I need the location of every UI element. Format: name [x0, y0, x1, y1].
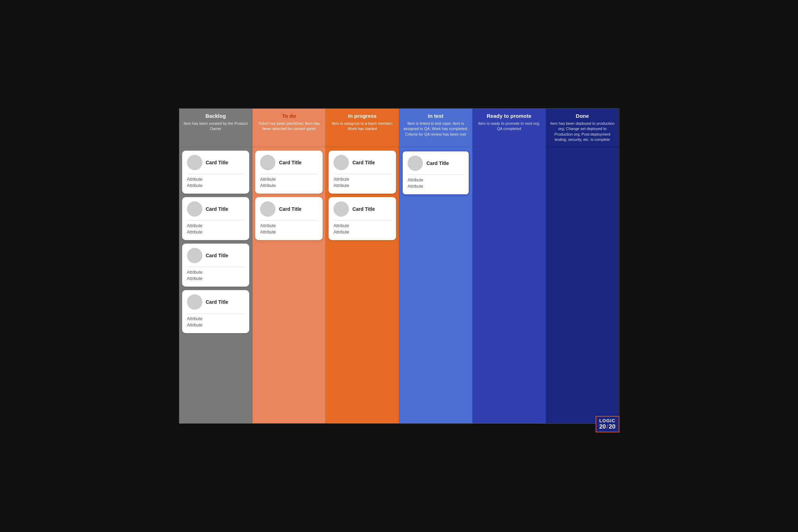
logo-top-text: LOGIC — [599, 418, 615, 423]
card-title: Card Title — [352, 206, 375, 212]
column-body-intest: Card TitleAttributeAttribute — [399, 147, 472, 423]
card-divider — [187, 267, 245, 267]
card-header-row: Card Title — [333, 155, 391, 170]
column-header-todo: To doTicket has been prioritized; Item h… — [252, 109, 325, 147]
column-header-intest: In testItem is linked to test case; Item… — [399, 109, 472, 147]
card-divider — [187, 174, 245, 174]
card-attr1: Attribute — [260, 177, 318, 182]
column-desc-ready: Item is ready to promote to next org; QA… — [476, 121, 542, 132]
card-attr1: Attribute — [408, 178, 464, 182]
card-attr1: Attribute — [187, 223, 245, 228]
card-attr1: Attribute — [333, 177, 391, 182]
column-header-inprogress: In progressItem is assigned to a team me… — [326, 109, 399, 147]
card-title: Card Title — [206, 160, 228, 165]
column-desc-done: Item has been deployed to production org… — [549, 121, 616, 143]
card-attr1: Attribute — [187, 316, 245, 321]
column-desc-backlog: Item has been created by the Product Own… — [183, 121, 249, 132]
column-header-done: DoneItem has been deployed to production… — [546, 109, 619, 147]
card-attr2: Attribute — [260, 183, 318, 188]
column-desc-inprogress: Item is assigned to a team member; Work … — [329, 121, 395, 132]
card-avatar — [187, 155, 202, 170]
logo-num1: 20 — [599, 423, 606, 430]
logo-num2: 20 — [609, 423, 616, 430]
card-title: Card Title — [426, 160, 449, 166]
logo-slash: / — [606, 423, 608, 430]
card-attr2: Attribute — [187, 230, 245, 235]
card-avatar — [187, 248, 202, 263]
card-t1[interactable]: Card TitleAttributeAttribute — [255, 151, 323, 194]
card-header-row: Card Title — [187, 155, 245, 170]
card-attr2: Attribute — [333, 183, 391, 188]
column-backlog: BacklogItem has been created by the Prod… — [179, 109, 253, 423]
logo-wrapper: LOGIC 20 / 20 — [596, 416, 619, 432]
card-avatar — [260, 201, 275, 217]
card-attr1: Attribute — [333, 223, 391, 228]
card-avatar — [333, 155, 349, 170]
column-title-backlog: Backlog — [206, 113, 226, 119]
column-done: DoneItem has been deployed to production… — [546, 109, 619, 423]
card-p1[interactable]: Card TitleAttributeAttribute — [329, 151, 396, 194]
column-body-backlog: Card TitleAttributeAttributeCard TitleAt… — [179, 147, 252, 423]
card-attr2: Attribute — [333, 230, 391, 235]
logo-bottom-row: 20 / 20 — [599, 423, 616, 430]
column-body-done — [546, 147, 619, 423]
column-desc-todo: Ticket has been prioritized; Item has be… — [256, 121, 322, 132]
card-avatar — [408, 156, 423, 171]
card-header-row: Card Title — [187, 201, 245, 217]
column-title-todo: To do — [282, 113, 296, 119]
kanban-board: BacklogItem has been created by the Prod… — [179, 108, 619, 424]
column-todo: To doTicket has been prioritized; Item h… — [252, 109, 326, 423]
card-b2[interactable]: Card TitleAttributeAttribute — [182, 197, 250, 240]
column-ready: Ready to promoteItem is ready to promote… — [473, 109, 546, 423]
card-attr2: Attribute — [187, 323, 245, 328]
card-avatar — [333, 201, 349, 217]
card-divider — [187, 313, 245, 314]
column-title-done: Done — [576, 113, 589, 119]
card-avatar — [187, 201, 202, 217]
card-header-row: Card Title — [260, 201, 318, 217]
card-title: Card Title — [352, 160, 375, 165]
card-divider — [333, 220, 391, 221]
column-body-todo: Card TitleAttributeAttributeCard TitleAt… — [252, 147, 325, 423]
card-header-row: Card Title — [187, 248, 245, 263]
card-attr2: Attribute — [187, 276, 245, 281]
card-attr1: Attribute — [187, 177, 245, 182]
column-header-ready: Ready to promoteItem is ready to promote… — [473, 109, 546, 147]
column-title-inprogress: In progress — [348, 113, 377, 119]
card-attr2: Attribute — [408, 184, 464, 189]
column-inprogress: In progressItem is assigned to a team me… — [326, 109, 399, 423]
card-header-row: Card Title — [187, 294, 245, 310]
card-b1[interactable]: Card TitleAttributeAttribute — [182, 151, 250, 194]
card-header-row: Card Title — [408, 156, 464, 171]
column-desc-intest: Item is linked to test case; Item is ass… — [403, 121, 469, 137]
card-attr1: Attribute — [260, 223, 318, 228]
board-wrapper: BacklogItem has been created by the Prod… — [172, 101, 626, 431]
column-title-ready: Ready to promote — [487, 113, 531, 119]
card-divider — [187, 220, 245, 221]
card-title: Card Title — [206, 299, 228, 305]
card-divider — [333, 174, 391, 174]
card-title: Card Title — [206, 206, 228, 212]
card-header-row: Card Title — [333, 201, 391, 217]
logo-box: LOGIC 20 / 20 — [596, 416, 619, 432]
card-attr2: Attribute — [260, 230, 318, 235]
card-p2[interactable]: Card TitleAttributeAttribute — [329, 197, 396, 240]
card-b4[interactable]: Card TitleAttributeAttribute — [182, 290, 250, 333]
card-attr2: Attribute — [187, 183, 245, 188]
column-intest: In testItem is linked to test case; Item… — [399, 109, 473, 423]
card-divider — [260, 220, 318, 221]
column-title-intest: In test — [428, 113, 443, 119]
card-divider — [260, 174, 318, 174]
card-avatar — [187, 294, 202, 310]
card-divider — [408, 174, 464, 175]
card-avatar — [260, 155, 275, 170]
card-b3[interactable]: Card TitleAttributeAttribute — [182, 244, 250, 287]
column-body-ready — [473, 147, 546, 423]
card-q1[interactable]: Card TitleAttributeAttribute — [402, 151, 469, 195]
column-body-inprogress: Card TitleAttributeAttributeCard TitleAt… — [326, 147, 399, 423]
card-header-row: Card Title — [260, 155, 318, 170]
card-title: Card Title — [279, 206, 301, 212]
card-t2[interactable]: Card TitleAttributeAttribute — [255, 197, 323, 240]
card-title: Card Title — [279, 160, 301, 165]
card-attr1: Attribute — [187, 270, 245, 275]
